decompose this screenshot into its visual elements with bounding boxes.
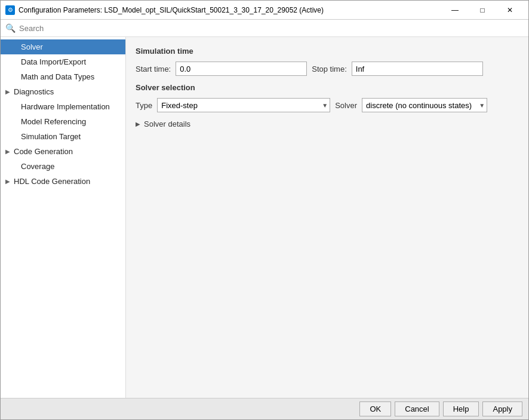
sidebar-item-code-generation[interactable]: ▶Code Generation bbox=[1, 144, 125, 159]
sidebar-item-label: Hardware Implementation bbox=[21, 102, 110, 111]
solver-details-row[interactable]: ▶ Solver details bbox=[136, 119, 519, 128]
sidebar-item-hdl-code-generation[interactable]: ▶HDL Code Generation bbox=[1, 174, 125, 189]
simulation-time-title: Simulation time bbox=[136, 47, 519, 56]
ok-button[interactable]: OK bbox=[359, 401, 391, 416]
type-select-wrapper: Fixed-stepVariable-step ▼ bbox=[157, 98, 330, 112]
stop-time-input[interactable] bbox=[352, 62, 483, 76]
app-icon: ⚙ bbox=[5, 5, 15, 15]
stop-time-label: Stop time: bbox=[312, 65, 347, 73]
sidebar-item-label: Code Generation bbox=[14, 147, 73, 156]
start-time-input[interactable] bbox=[176, 62, 307, 76]
cancel-button[interactable]: Cancel bbox=[395, 401, 439, 416]
solver-selection-title: Solver selection bbox=[136, 83, 519, 92]
expand-arrow-icon: ▶ bbox=[5, 178, 10, 185]
solver-label: Solver bbox=[335, 101, 357, 110]
sidebar-item-hardware-implementation[interactable]: Hardware Implementation bbox=[1, 99, 125, 114]
sidebar-item-math-data-types[interactable]: Math and Data Types bbox=[1, 69, 125, 84]
solver-type-row: Type Fixed-stepVariable-step ▼ Solver di… bbox=[136, 98, 519, 112]
window-controls: — □ ✕ bbox=[441, 1, 524, 20]
help-button[interactable]: Help bbox=[443, 401, 479, 416]
sidebar-item-label: HDL Code Generation bbox=[14, 177, 90, 186]
type-label: Type bbox=[136, 101, 152, 110]
solver-select-wrapper: discrete (no continuous states)ode1ode2o… bbox=[362, 98, 487, 112]
main-content: SolverData Import/ExportMath and Data Ty… bbox=[1, 37, 528, 398]
sidebar-item-coverage[interactable]: Coverage bbox=[1, 159, 125, 174]
simulation-time-section: Simulation time Start time: Stop time: bbox=[136, 47, 519, 76]
maximize-button[interactable]: □ bbox=[469, 1, 496, 20]
sidebar: SolverData Import/ExportMath and Data Ty… bbox=[1, 37, 126, 398]
apply-button[interactable]: Apply bbox=[482, 401, 522, 416]
sidebar-item-solver[interactable]: Solver bbox=[1, 39, 125, 54]
title-bar: ⚙ Configuration Parameters: LSD_Model_op… bbox=[1, 1, 528, 20]
start-time-label: Start time: bbox=[136, 65, 171, 73]
solver-selection-section: Solver selection Type Fixed-stepVariable… bbox=[136, 83, 519, 128]
sidebar-item-simulation-target[interactable]: Simulation Target bbox=[1, 129, 125, 144]
sidebar-item-label: Math and Data Types bbox=[21, 72, 94, 81]
sidebar-item-label: Data Import/Export bbox=[21, 57, 86, 66]
expand-arrow-icon: ▶ bbox=[5, 148, 10, 155]
sidebar-item-data-import-export[interactable]: Data Import/Export bbox=[1, 54, 125, 69]
expand-arrow-icon: ▶ bbox=[5, 88, 10, 95]
solver-select[interactable]: discrete (no continuous states)ode1ode2o… bbox=[362, 98, 487, 112]
close-button[interactable]: ✕ bbox=[496, 1, 524, 20]
sidebar-item-label: Solver bbox=[21, 42, 43, 51]
window-title: Configuration Parameters: LSD_Model_opt_… bbox=[19, 6, 441, 14]
content-area: Simulation time Start time: Stop time: S… bbox=[126, 37, 528, 398]
sidebar-item-diagnostics[interactable]: ▶Diagnostics bbox=[1, 84, 125, 99]
simulation-time-row: Start time: Stop time: bbox=[136, 62, 519, 76]
solver-details-label: Solver details bbox=[144, 119, 190, 128]
search-input[interactable] bbox=[19, 24, 524, 33]
sidebar-item-label: Coverage bbox=[21, 162, 54, 171]
main-window: ⚙ Configuration Parameters: LSD_Model_op… bbox=[0, 0, 529, 420]
type-select[interactable]: Fixed-stepVariable-step bbox=[157, 98, 330, 112]
sidebar-item-label: Simulation Target bbox=[21, 132, 81, 141]
sidebar-item-model-referencing[interactable]: Model Referencing bbox=[1, 114, 125, 129]
bottom-bar: OK Cancel Help Apply bbox=[1, 398, 528, 419]
sidebar-item-label: Diagnostics bbox=[14, 87, 54, 96]
sidebar-item-label: Model Referencing bbox=[21, 117, 86, 126]
search-icon: 🔍 bbox=[5, 23, 16, 33]
search-bar: 🔍 bbox=[1, 20, 528, 37]
minimize-button[interactable]: — bbox=[441, 1, 469, 20]
solver-details-arrow: ▶ bbox=[136, 121, 140, 127]
